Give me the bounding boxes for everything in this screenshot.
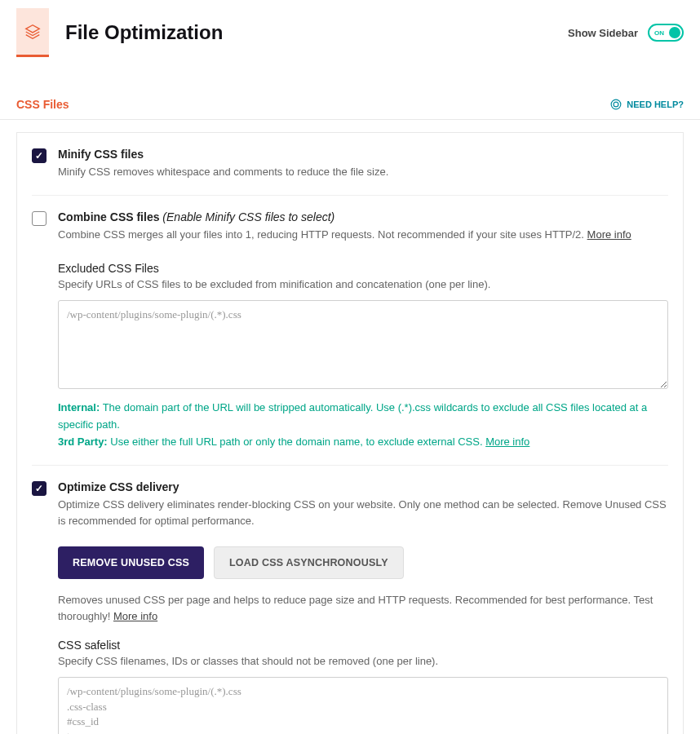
show-sidebar-label: Show Sidebar — [568, 27, 638, 39]
optimize-checkbox[interactable] — [32, 481, 47, 496]
help-icon — [610, 99, 622, 110]
svg-marker-0 — [26, 24, 40, 32]
combine-desc: Combine CSS merges all your files into 1… — [58, 227, 668, 243]
toggle-on-text: ON — [654, 29, 664, 37]
need-help-link[interactable]: NEED HELP? — [610, 99, 684, 110]
minify-option: Minify CSS files Minify CSS removes whit… — [17, 133, 683, 195]
excluded-desc: Specify URLs of CSS files to be excluded… — [58, 278, 668, 290]
combine-label: Combine CSS files (Enable Minify CSS fil… — [58, 210, 668, 223]
css-method-buttons: REMOVE UNUSED CSS LOAD CSS ASYNCHRONOUSL… — [58, 546, 668, 579]
excluded-hint: Internal: The domain part of the URL wil… — [58, 400, 668, 450]
excluded-block: Excluded CSS Files Specify URLs of CSS f… — [17, 262, 683, 465]
excluded-textarea[interactable] — [58, 300, 668, 389]
need-help-text: NEED HELP? — [627, 99, 684, 109]
method-desc: Removes unused CSS per page and helps to… — [58, 592, 668, 624]
minify-checkbox[interactable] — [32, 148, 47, 163]
combine-content: Combine CSS files (Enable Minify CSS fil… — [58, 210, 668, 243]
excluded-label: Excluded CSS Files — [58, 262, 668, 275]
optimize-label: Optimize CSS delivery — [58, 480, 668, 493]
method-more-info[interactable]: More info — [113, 610, 157, 622]
safelist-label: CSS safelist — [58, 639, 668, 652]
section-header: CSS Files NEED HELP? — [0, 73, 700, 120]
layers-icon — [16, 8, 49, 57]
header-left: File Optimization — [16, 8, 223, 57]
remove-unused-css-button[interactable]: REMOVE UNUSED CSS — [58, 546, 204, 579]
svg-point-1 — [611, 99, 621, 109]
page-header: File Optimization Show Sidebar ON — [0, 0, 700, 57]
combine-checkbox[interactable] — [32, 211, 47, 226]
content-box: Minify CSS files Minify CSS removes whit… — [16, 132, 684, 734]
section-title: CSS Files — [16, 98, 69, 111]
minify-label: Minify CSS files — [58, 148, 668, 161]
page-title: File Optimization — [65, 21, 223, 44]
excluded-more-info[interactable]: More info — [485, 436, 529, 448]
combine-more-info[interactable]: More info — [587, 228, 631, 241]
minify-desc: Minify CSS removes whitespace and commen… — [58, 164, 668, 180]
minify-content: Minify CSS files Minify CSS removes whit… — [58, 148, 668, 180]
safelist-textarea[interactable] — [58, 677, 668, 734]
toggle-knob — [669, 27, 680, 38]
combine-option: Combine CSS files (Enable Minify CSS fil… — [17, 196, 683, 243]
optimize-option: Optimize CSS delivery Optimize CSS deliv… — [17, 466, 683, 734]
header-right: Show Sidebar ON — [568, 24, 684, 42]
optimize-desc: Optimize CSS delivery eliminates render-… — [58, 497, 668, 528]
optimize-content: Optimize CSS delivery Optimize CSS deliv… — [58, 480, 668, 734]
safelist-desc: Specify CSS filenames, IDs or classes th… — [58, 655, 668, 667]
svg-point-2 — [614, 102, 618, 107]
sidebar-toggle[interactable]: ON — [648, 24, 684, 42]
load-css-async-button[interactable]: LOAD CSS ASYNCHRONOUSLY — [214, 546, 404, 579]
